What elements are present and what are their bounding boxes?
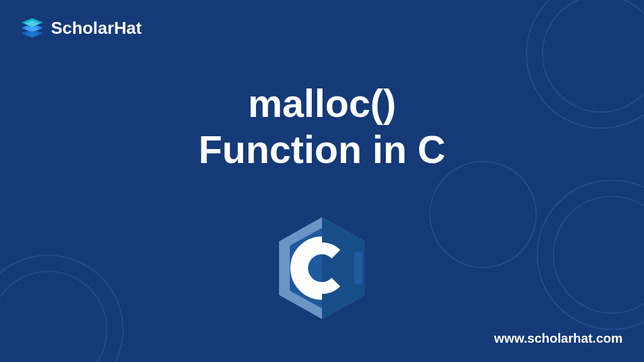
decoration-circle (429, 161, 537, 268)
title-line-1: malloc() (0, 80, 644, 127)
c-language-icon (274, 215, 370, 322)
brand-name: ScholarHat (51, 18, 142, 38)
website-url: www.scholarhat.com (494, 331, 623, 346)
page-title: malloc() Function in C (0, 80, 644, 173)
scholarhat-icon (19, 16, 46, 40)
title-line-2: Function in C (0, 127, 644, 173)
brand-logo: ScholarHat (19, 16, 142, 40)
